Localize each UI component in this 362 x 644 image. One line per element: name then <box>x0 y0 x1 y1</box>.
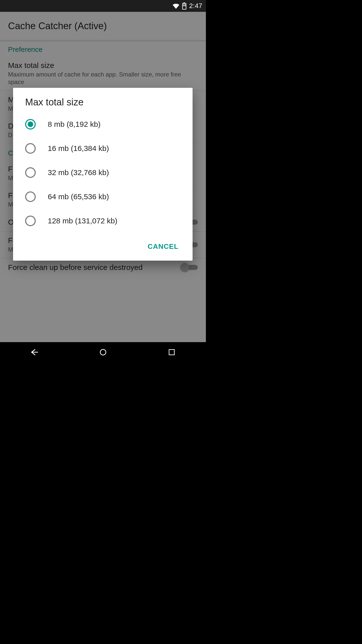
nav-recents-button[interactable] <box>164 346 180 358</box>
radio-option-8mb[interactable]: 8 mb (8,192 kb) <box>13 112 193 136</box>
radio-option-128mb[interactable]: 128 mb (131,072 kb) <box>13 209 193 233</box>
pref-title: Max total size <box>8 61 198 70</box>
dialog-max-total-size: Max total size 8 mb (8,192 kb) 16 mb (16… <box>13 88 193 261</box>
app-bar: Cache Catcher (Active) <box>0 12 206 40</box>
cancel-button[interactable]: CANCEL <box>144 240 183 253</box>
battery-percent: 88 <box>182 4 187 7</box>
radio-label: 8 mb (8,192 kb) <box>48 120 101 129</box>
status-bar: 88 2:47 <box>0 0 206 12</box>
radio-icon <box>25 119 36 130</box>
radio-icon <box>25 167 36 178</box>
pref-subtitle: Maximum amount of cache for each app. Sm… <box>8 71 198 86</box>
nav-bar <box>0 342 206 362</box>
battery-icon: 88 <box>182 3 187 10</box>
pref-row-max-total-size[interactable]: Max total size Maximum amount of cache f… <box>8 57 198 91</box>
radio-icon <box>25 216 36 226</box>
pref-title: Force clean up before service destroyed <box>8 263 175 272</box>
radio-label: 64 mb (65,536 kb) <box>48 192 109 201</box>
svg-point-2 <box>100 349 106 355</box>
dialog-title: Max total size <box>13 88 193 110</box>
radio-option-64mb[interactable]: 64 mb (65,536 kb) <box>13 185 193 209</box>
radio-label: 32 mb (32,768 kb) <box>48 168 109 177</box>
wifi-icon <box>172 3 179 9</box>
pref-row-force-clean-before-destroyed[interactable]: Force clean up before service destroyed <box>8 258 198 276</box>
switch-toggle[interactable] <box>180 263 198 272</box>
svg-rect-3 <box>169 350 174 355</box>
radio-option-16mb[interactable]: 16 mb (16,384 kb) <box>13 136 193 160</box>
radio-label: 16 mb (16,384 kb) <box>48 144 109 153</box>
radio-group: 8 mb (8,192 kb) 16 mb (16,384 kb) 32 mb … <box>13 110 193 235</box>
section-header-preference: Preference <box>8 40 198 57</box>
radio-label: 128 mb (131,072 kb) <box>48 217 117 225</box>
status-time: 2:47 <box>189 2 202 10</box>
radio-icon <box>25 143 36 154</box>
app-title: Cache Catcher (Active) <box>8 21 107 31</box>
radio-option-32mb[interactable]: 32 mb (32,768 kb) <box>13 160 193 185</box>
nav-home-button[interactable] <box>95 346 111 358</box>
svg-rect-1 <box>184 3 185 4</box>
dialog-actions: CANCEL <box>13 235 193 261</box>
radio-icon <box>25 191 36 202</box>
nav-back-button[interactable] <box>26 346 42 358</box>
